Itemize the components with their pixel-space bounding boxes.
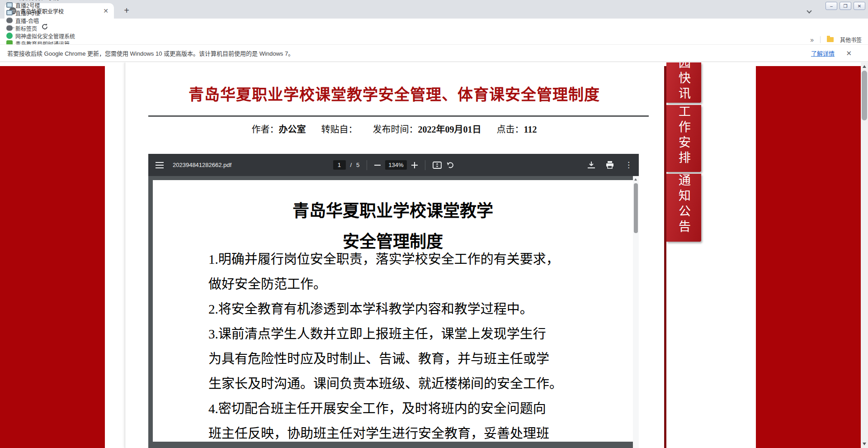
pdf-toolbar-divider xyxy=(425,160,425,170)
bookmark-favicon-icon xyxy=(6,33,13,39)
rotate-icon[interactable] xyxy=(446,161,454,169)
bookmark-item[interactable]: 网神虚拟化安全管理系统 xyxy=(6,32,77,40)
pdf-page-total: 5 xyxy=(356,162,359,168)
pdf-menu-hamburger-icon[interactable] xyxy=(156,162,164,168)
bookmark-item[interactable]: 直播2号楼 xyxy=(6,1,77,9)
author-value: 办公室 xyxy=(279,124,306,134)
pdf-text-line: 班主任反映，协助班主任对学生进行安全教育，妥善处理班 xyxy=(208,421,590,446)
bookmarks-bar: 中国青岛政府采购网 山东外贸职业学院 直播2号楼 直播3号楼 直播-合唱 新标签… xyxy=(0,35,868,44)
pdf-document-area[interactable]: 青岛华夏职业学校课堂教学 安全管理制度 1.明确并履行岗位安全职责，落实学校安全… xyxy=(148,176,639,448)
chrome-update-notification: 若要接收后续 Google Chrome 更新，您需使用 Windows 10 … xyxy=(0,44,868,62)
date-value: 2022年09月01日 xyxy=(418,124,481,134)
new-tab-button[interactable]: + xyxy=(120,4,133,17)
pdf-toolbar: 202394841282662.pdf 1 / 5 134% xyxy=(148,154,639,176)
pdf-page-input[interactable]: 1 xyxy=(333,160,345,170)
pdf-doc-title-line1: 青岛华夏职业学校课堂教学 xyxy=(153,197,633,222)
bookmark-item[interactable]: 新标签页 xyxy=(6,24,77,32)
bookmark-favicon-icon xyxy=(6,25,13,31)
pdf-filename: 202394841282662.pdf xyxy=(173,162,231,168)
browser-toolbar: ← → ⚠ 不安全 huaxia.qdedu.net/web/web_infoD… xyxy=(0,19,868,35)
browser-scrollbar[interactable] xyxy=(861,62,868,448)
window-minimize-button[interactable]: – xyxy=(826,2,837,10)
bookmark-item[interactable]: 直播-合唱 xyxy=(6,17,77,24)
side-tab-notices[interactable]: 通知公告 xyxy=(666,174,701,242)
bookmark-favicon-icon xyxy=(6,0,13,0)
pdf-text-line: 1.明确并履行岗位安全职责，落实学校安全工作的有关要求， xyxy=(208,247,590,272)
pdf-page-separator: / xyxy=(350,162,352,168)
pdf-scroll-up-arrow-icon[interactable] xyxy=(634,178,637,181)
bookmarks-overflow-chevron[interactable]: » xyxy=(810,36,814,43)
bookmark-label: 直播2号楼 xyxy=(15,1,40,9)
browser-tab-strip: 青岛华夏职业学校 ✕ + – ❐ ✕ xyxy=(0,0,868,19)
tab-close-icon[interactable]: ✕ xyxy=(102,7,109,14)
author-label: 作者： xyxy=(252,124,279,134)
pdf-text-line: 为具有危险性时应及时制止、告诫、教育，并与班主任或学 xyxy=(208,347,590,372)
pdf-text-line: 生家长及时沟通。课间负责本班级、就近楼梯间的安全工作。 xyxy=(208,372,590,396)
title-divider xyxy=(148,115,649,117)
bookmark-label: 新标签页 xyxy=(15,24,37,32)
pdf-viewer: 202394841282662.pdf 1 / 5 134% xyxy=(148,154,639,448)
web-page: 园快讯 工作安排 通知公告 青岛华夏职业学校课堂教学安全管理、体育课安全管理制度… xyxy=(0,62,868,448)
pdf-text-line: 3.课前清点学生人数并立即上报班主任，课堂上发现学生行 xyxy=(208,322,590,347)
bookmark-label: 网神虚拟化安全管理系统 xyxy=(15,32,75,40)
pdf-text-line: 做好安全防范工作。 xyxy=(208,272,590,297)
pdf-scrollbar[interactable] xyxy=(633,176,639,448)
pdf-page-1: 青岛华夏职业学校课堂教学 安全管理制度 1.明确并履行岗位安全职责，落实学校安全… xyxy=(153,180,633,442)
download-icon[interactable] xyxy=(588,161,595,169)
pdf-action-buttons: ⋮ xyxy=(588,160,632,170)
bookmark-favicon-icon xyxy=(6,10,13,15)
window-close-button[interactable]: ✕ xyxy=(854,2,865,10)
zoom-in-icon[interactable] xyxy=(411,162,418,168)
scroll-up-arrow-icon[interactable] xyxy=(863,65,866,68)
bookmark-label: 直播3号楼 xyxy=(15,9,40,17)
bookmark-item[interactable]: 直播3号楼 xyxy=(6,9,77,17)
fit-to-page-icon[interactable] xyxy=(433,162,442,169)
side-tab-campus-news[interactable]: 园快讯 xyxy=(666,62,701,103)
hits-value: 112 xyxy=(524,124,537,134)
bookmark-label: 直播-合唱 xyxy=(15,17,39,24)
scroll-thumb[interactable] xyxy=(862,71,867,120)
source-label: 转贴自： xyxy=(321,122,358,135)
pdf-text-line: 4.密切配合班主任开展安全工作，及时将班内的安全问题向 xyxy=(208,396,590,421)
notification-text: 若要接收后续 Google Chrome 更新，您需使用 Windows 10 … xyxy=(7,49,294,57)
pdf-page-zoom-controls: 1 / 5 134% xyxy=(333,160,454,170)
bookmarks-separator xyxy=(820,36,821,43)
print-icon[interactable] xyxy=(606,161,614,169)
tab-search-chevron-icon[interactable] xyxy=(807,6,813,12)
article-meta: 作者：办公室 转贴自： 发布时间：2022年09月01日 点击：112 xyxy=(125,122,663,135)
notification-close-icon[interactable]: ✕ xyxy=(846,49,852,57)
left-red-panel xyxy=(0,66,105,448)
date-label: 发布时间： xyxy=(373,124,418,134)
pdf-text-line: 2.将安全教育有机渗透到本学科教学内容和教学过程中。 xyxy=(208,297,590,322)
article-title: 青岛华夏职业学校课堂教学安全管理、体育课安全管理制度 xyxy=(125,82,663,105)
bookmarks-right: » 其他书签 xyxy=(810,35,862,44)
hits-label: 点击： xyxy=(497,124,524,134)
zoom-out-icon[interactable] xyxy=(374,162,381,168)
window-controls: – ❐ ✕ xyxy=(826,2,865,10)
other-bookmarks-folder-icon xyxy=(827,37,834,42)
window-restore-button[interactable]: ❐ xyxy=(840,2,851,10)
scroll-down-arrow-icon[interactable] xyxy=(863,443,866,445)
other-bookmarks-label[interactable]: 其他书签 xyxy=(840,36,862,43)
pdf-text-block: 1.明确并履行岗位安全职责，落实学校安全工作的有关要求，做好安全防范工作。2.将… xyxy=(208,247,590,446)
pdf-scroll-thumb[interactable] xyxy=(634,183,638,233)
bookmark-favicon-icon xyxy=(6,2,13,8)
pdf-zoom-level[interactable]: 134% xyxy=(385,160,406,170)
pdf-more-kebab-icon[interactable]: ⋮ xyxy=(625,160,632,170)
pdf-toolbar-divider xyxy=(367,160,367,170)
bookmark-favicon-icon xyxy=(6,17,13,24)
article-content-column: 青岛华夏职业学校课堂教学安全管理、体育课安全管理制度 作者：办公室 转贴自： 发… xyxy=(125,62,663,448)
side-tab-work-schedule[interactable]: 工作安排 xyxy=(666,105,701,172)
learn-more-link[interactable]: 了解详情 xyxy=(811,49,835,57)
right-red-panel xyxy=(756,66,861,448)
